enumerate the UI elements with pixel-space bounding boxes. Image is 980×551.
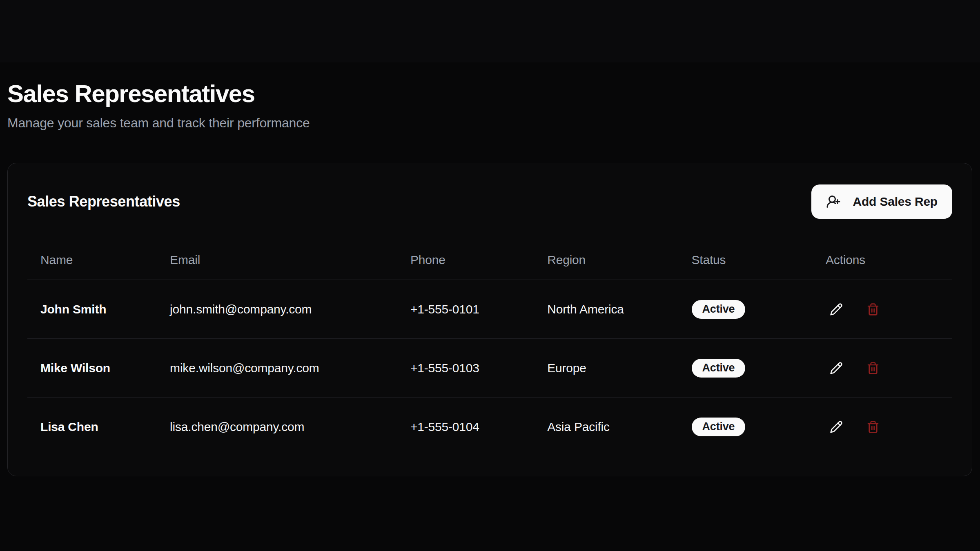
actions-cell — [813, 398, 952, 456]
status-cell: Active — [679, 280, 813, 339]
sales-reps-card: Sales Representatives Add Sales Rep — [7, 163, 972, 476]
pencil-icon — [830, 303, 843, 316]
page-header: Sales Representatives Manage your sales … — [7, 0, 972, 132]
email-cell: mike.wilson@company.com — [157, 339, 397, 398]
trash-icon — [866, 362, 880, 375]
column-header-status: Status — [679, 241, 813, 280]
phone-cell: +1-555-0103 — [397, 339, 534, 398]
trash-icon — [866, 420, 880, 433]
status-badge: Active — [692, 300, 746, 319]
table-header-row: Name Email Phone Region Status Actions — [27, 241, 952, 280]
phone-cell: +1-555-0101 — [397, 280, 534, 339]
actions-cell — [813, 339, 952, 398]
edit-button[interactable] — [826, 416, 847, 438]
name-cell: John Smith — [27, 280, 157, 339]
status-badge: Active — [692, 359, 746, 378]
delete-button[interactable] — [862, 416, 884, 438]
add-sales-rep-button-label: Add Sales Rep — [853, 195, 938, 209]
add-sales-rep-button[interactable]: Add Sales Rep — [811, 184, 952, 219]
edit-button[interactable] — [826, 299, 847, 320]
page-subtitle: Manage your sales team and track their p… — [7, 115, 972, 132]
region-cell: Europe — [534, 339, 678, 398]
column-header-name: Name — [27, 241, 157, 280]
table-row: Mike Wilson mike.wilson@company.com +1-5… — [27, 339, 952, 398]
edit-button[interactable] — [826, 358, 847, 379]
sales-reps-table: Name Email Phone Region Status Actions J… — [27, 241, 952, 456]
phone-cell: +1-555-0104 — [397, 398, 534, 456]
column-header-phone: Phone — [397, 241, 534, 280]
name-cell: Mike Wilson — [27, 339, 157, 398]
column-header-actions: Actions — [813, 241, 952, 280]
status-badge: Active — [692, 418, 746, 436]
email-cell: john.smith@company.com — [157, 280, 397, 339]
pencil-icon — [830, 362, 843, 375]
card-content: Name Email Phone Region Status Actions J… — [8, 241, 972, 476]
page-container: Sales Representatives Manage your sales … — [7, 0, 972, 476]
email-cell: lisa.chen@company.com — [157, 398, 397, 456]
table-row: John Smith john.smith@company.com +1-555… — [27, 280, 952, 339]
card-header: Sales Representatives Add Sales Rep — [8, 163, 972, 241]
actions-cell — [813, 280, 952, 339]
status-cell: Active — [679, 339, 813, 398]
delete-button[interactable] — [862, 299, 884, 320]
pencil-icon — [830, 420, 843, 433]
status-cell: Active — [679, 398, 813, 456]
trash-icon — [866, 303, 880, 316]
column-header-region: Region — [534, 241, 678, 280]
card-title: Sales Representatives — [27, 193, 180, 210]
region-cell: North America — [534, 280, 678, 339]
page-title: Sales Representatives — [7, 78, 972, 109]
delete-button[interactable] — [862, 358, 884, 379]
region-cell: Asia Pacific — [534, 398, 678, 456]
user-plus-icon — [826, 194, 841, 209]
name-cell: Lisa Chen — [27, 398, 157, 456]
table-row: Lisa Chen lisa.chen@company.com +1-555-0… — [27, 398, 952, 456]
column-header-email: Email — [157, 241, 397, 280]
